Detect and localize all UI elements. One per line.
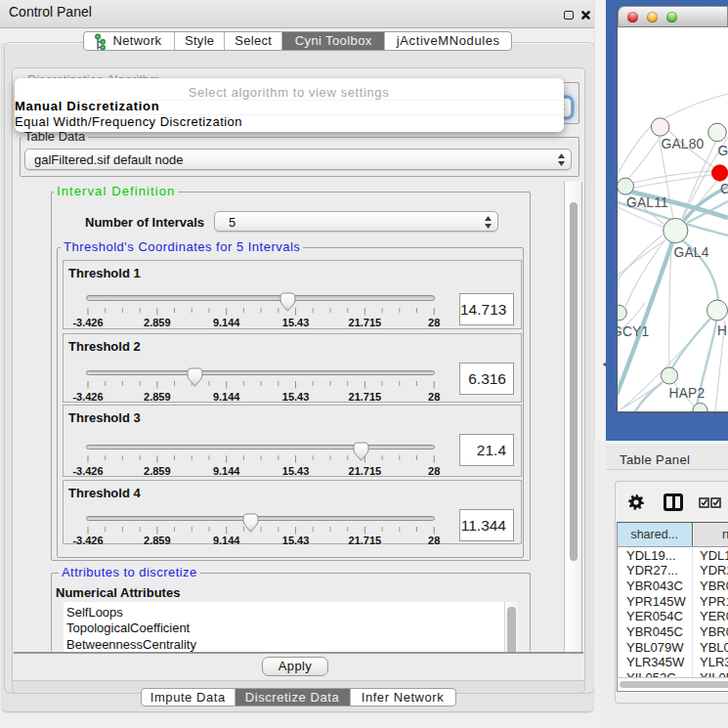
svg-text:GAL4: GAL4 [674,245,709,260]
svg-text:H: H [717,323,727,338]
svg-text:GAL80: GAL80 [662,137,705,151]
svg-text:GAL11: GAL11 [626,195,668,210]
svg-text:G.: G. [718,144,728,158]
svg-text:HAP2: HAP2 [669,386,706,401]
svg-text:C: C [720,182,728,196]
svg-text:GCY1: GCY1 [618,324,649,339]
